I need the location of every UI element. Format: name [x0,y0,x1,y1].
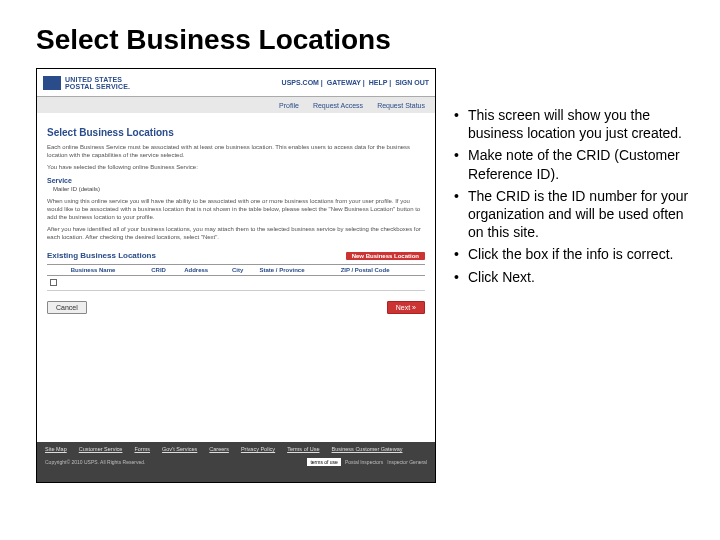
existing-locations-label: Existing Business Locations [47,251,156,260]
intro-2: You have selected the following online B… [47,164,425,172]
location-checkbox[interactable] [50,279,57,286]
header: UNITED STATES POSTAL SERVICE. USPS.COM |… [37,69,435,97]
usps-logo-icon [43,76,61,90]
brand-bottom: POSTAL SERVICE. [65,83,130,90]
col-check [47,265,68,276]
col-state: State / Province [256,265,337,276]
bullet: The CRID is the ID number for your organ… [454,187,696,242]
header-links: USPS.COM | GATEWAY | HELP | SIGN OUT [280,79,429,86]
link-signout[interactable]: SIGN OUT [395,79,429,86]
foot-careers[interactable]: Careers [209,446,229,452]
badge-ig: Inspector General [387,459,427,465]
usps-screenshot: UNITED STATES POSTAL SERVICE. USPS.COM |… [36,68,436,483]
foot-sitemap[interactable]: Site Map [45,446,67,452]
footer: Site Map Customer Service Forms Gov't Se… [37,442,435,482]
new-business-location-button[interactable]: New Business Location [346,252,425,260]
service-value: Mailer ID (details) [53,186,425,192]
foot-tou[interactable]: Terms of Use [287,446,319,452]
tab-request-status[interactable]: Request Status [377,102,425,109]
tab-bar: Profile Request Access Request Status [37,97,435,113]
col-address: Address [181,265,229,276]
foot-cs[interactable]: Customer Service [79,446,123,452]
col-crid: CRID [148,265,181,276]
terms-badge[interactable]: terms of use [307,458,341,466]
intro-1: Each online Business Service must be ass… [47,144,425,160]
link-help[interactable]: HELP [369,79,388,86]
intro-4: After you have identified all of your bu… [47,226,425,242]
link-uspscom[interactable]: USPS.COM [282,79,319,86]
copyright: Copyright© 2010 USPS. All Rights Reserve… [45,459,145,465]
col-business-name: Business Name [68,265,149,276]
foot-bcg[interactable]: Business Customer Gateway [332,446,403,452]
col-city: City [229,265,257,276]
link-gateway[interactable]: GATEWAY [327,79,361,86]
intro-3: When using this online service you will … [47,198,425,221]
brand-top: UNITED STATES [65,76,130,83]
slide-title: Select Business Locations [0,0,720,68]
bullet: Make note of the CRID (Customer Referenc… [454,146,696,182]
next-button[interactable]: Next » [387,301,425,314]
bullet-list: This screen will show you the business l… [454,68,696,483]
locations-table: Business Name CRID Address City State / … [47,264,425,291]
badge-inspectors: Postal Inspectors [345,459,383,465]
tab-profile[interactable]: Profile [279,102,299,109]
bullet: This screen will show you the business l… [454,106,696,142]
table-row [47,276,425,291]
page-title: Select Business Locations [47,127,425,138]
foot-privacy[interactable]: Privacy Policy [241,446,275,452]
foot-govt[interactable]: Gov't Services [162,446,197,452]
foot-forms[interactable]: Forms [134,446,150,452]
bullet: Click the box if the info is correct. [454,245,696,263]
col-zip: ZIP / Postal Code [338,265,425,276]
tab-request-access[interactable]: Request Access [313,102,363,109]
bullet: Click Next. [454,268,696,286]
cancel-button[interactable]: Cancel [47,301,87,314]
service-label: Service [47,177,425,184]
